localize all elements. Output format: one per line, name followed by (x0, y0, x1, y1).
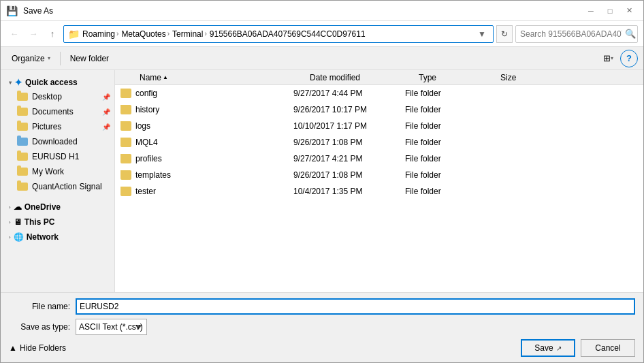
hide-folders-button[interactable]: ▲ Hide Folders (9, 343, 66, 353)
quick-access-header[interactable]: ▾ ✦ Quick access (1, 73, 114, 89)
folder-icon (17, 123, 28, 131)
refresh-icon: ↻ (501, 29, 508, 39)
search-icon: 🔍 (625, 29, 636, 39)
path-segment-terminal: Terminal › (172, 29, 207, 39)
back-button[interactable]: ← (6, 26, 22, 42)
cursor-icon: ↗ (556, 345, 562, 352)
column-name-sort[interactable]: Name ▲ (137, 73, 307, 82)
sidebar-item-quantaction[interactable]: QuantAction Signal (1, 179, 114, 194)
folder-icon (120, 187, 131, 196)
folder-icon (17, 153, 28, 161)
forward-button[interactable]: → (25, 26, 42, 42)
folder-icon (120, 121, 131, 131)
search-box[interactable]: 🔍 (515, 25, 638, 43)
organize-dropdown-icon: ▾ (48, 55, 50, 61)
sidebar-item-documents[interactable]: Documents 📌 (1, 104, 114, 119)
view-dropdown-icon: ▾ (611, 55, 613, 61)
chevron-right-icon: › (9, 234, 11, 240)
folder-icon (17, 168, 28, 176)
network-icon: 🌐 (14, 232, 24, 242)
thispc-header[interactable]: › 🖥 This PC (1, 213, 114, 228)
cancel-button[interactable]: Cancel (581, 339, 635, 357)
file-list: config 9/27/2017 4:44 PM File folder his… (115, 85, 643, 292)
filename-row: File name: (9, 298, 635, 315)
chevron-up-icon: ▲ (9, 343, 17, 353)
forward-icon: → (29, 29, 38, 39)
table-row[interactable]: templates 9/26/2017 1:08 PM File folder (115, 167, 643, 183)
help-button[interactable]: ? (620, 50, 638, 67)
network-header[interactable]: › 🌐 Network (1, 228, 114, 243)
toolbar: Organize ▾ New folder ⊞ ▾ ? (1, 47, 643, 70)
table-row[interactable]: config 9/27/2017 4:44 PM File folder (115, 85, 643, 101)
folder-icon (120, 89, 131, 98)
column-type-sort[interactable]: Type (416, 73, 498, 82)
path-arrow-2: › (167, 30, 170, 37)
file-list-header: Name ▲ Date modified Type Size (115, 70, 643, 85)
save-button[interactable]: Save ↗ (521, 339, 575, 357)
path-segment-roaming: Roaming › (82, 29, 118, 39)
new-folder-button[interactable]: New folder (65, 50, 114, 67)
main-content: ▾ ✦ Quick access Desktop 📌 Documents 📌 P… (1, 70, 643, 292)
saveastype-row: Save as type: ASCII Text (*.csv) (9, 319, 635, 335)
sidebar-item-pictures[interactable]: Pictures 📌 (1, 119, 114, 134)
view-button[interactable]: ⊞ ▾ (598, 50, 617, 67)
path-arrow-3: › (204, 30, 206, 37)
organize-button[interactable]: Organize ▾ (6, 50, 56, 67)
saveastype-wrapper: ASCII Text (*.csv) (76, 319, 635, 335)
onedrive-header[interactable]: › ☁ OneDrive (1, 198, 114, 213)
pin-icon: 📌 (102, 93, 110, 101)
pin-icon: 📌 (102, 123, 110, 131)
path-arrow-1: › (116, 30, 118, 37)
back-icon: ← (10, 29, 19, 39)
computer-icon: 🖥 (14, 217, 22, 227)
chevron-right-icon: › (9, 204, 11, 210)
folder-icon (120, 138, 131, 147)
table-row[interactable]: MQL4 9/26/2017 1:08 PM File folder (115, 134, 643, 151)
path-dropdown-arrow[interactable]: ▼ (475, 29, 489, 39)
folder-icon (120, 105, 131, 114)
help-icon: ? (626, 53, 632, 63)
toolbar-separator (60, 52, 61, 65)
view-icon: ⊞ (603, 53, 611, 63)
close-button[interactable]: ✕ (620, 4, 638, 18)
chevron-right-icon: › (9, 219, 11, 225)
title-bar: 💾 Save As ─ □ ✕ (1, 1, 643, 21)
folder-icon (120, 154, 131, 163)
table-row[interactable]: logs 10/10/2017 1:17 PM File folder (115, 118, 643, 134)
table-row[interactable]: history 9/26/2017 10:17 PM File folder (115, 101, 643, 118)
up-button[interactable]: ↑ (44, 26, 61, 42)
address-bar: ← → ↑ 📁 Roaming › MetaQuotes › Terminal … (1, 21, 643, 47)
saveastype-select[interactable]: ASCII Text (*.csv) (76, 319, 147, 335)
right-panel: Name ▲ Date modified Type Size (115, 70, 643, 292)
refresh-button[interactable]: ↻ (496, 25, 513, 43)
folder-icon (120, 170, 131, 180)
onedrive-icon: ☁ (14, 202, 22, 212)
table-row[interactable]: tester 10/4/2017 1:35 PM File folder (115, 183, 643, 200)
path-segment-id: 915566BA06ADA407569C544CC0D97611 (210, 29, 366, 39)
minimize-button[interactable]: ─ (582, 4, 600, 18)
path-segment-metaquotes: MetaQuotes › (121, 29, 170, 39)
column-date-sort[interactable]: Date modified (307, 73, 416, 82)
dialog-icon: 💾 (6, 5, 18, 16)
column-size-sort[interactable]: Size (498, 73, 552, 82)
sidebar-item-downloaded[interactable]: Downloaded (1, 134, 114, 149)
folder-icon (17, 108, 28, 116)
table-row[interactable]: profiles 9/27/2017 4:21 PM File folder (115, 151, 643, 167)
sort-icon: ▲ (163, 74, 168, 80)
path-folder-icon: 📁 (68, 29, 80, 40)
bottom-bar: File name: Save as type: ASCII Text (*.c… (1, 292, 643, 362)
address-path[interactable]: 📁 Roaming › MetaQuotes › Terminal › 9155… (63, 25, 494, 43)
button-row: ▲ Hide Folders Save ↗ Cancel (9, 339, 635, 357)
sidebar-item-eurusd[interactable]: EURUSD H1 (1, 149, 114, 164)
folder-icon (17, 183, 28, 191)
left-panel: ▾ ✦ Quick access Desktop 📌 Documents 📌 P… (1, 70, 115, 292)
sidebar-item-desktop[interactable]: Desktop 📌 (1, 89, 114, 104)
maximize-button[interactable]: □ (601, 4, 619, 18)
sidebar-item-mywork[interactable]: My Work (1, 164, 114, 179)
up-icon: ↑ (50, 29, 55, 39)
chevron-down-icon: ▾ (9, 80, 12, 86)
star-icon: ✦ (14, 77, 22, 88)
filename-label: File name: (9, 302, 70, 311)
search-input[interactable] (520, 29, 622, 39)
filename-input[interactable] (76, 298, 635, 315)
